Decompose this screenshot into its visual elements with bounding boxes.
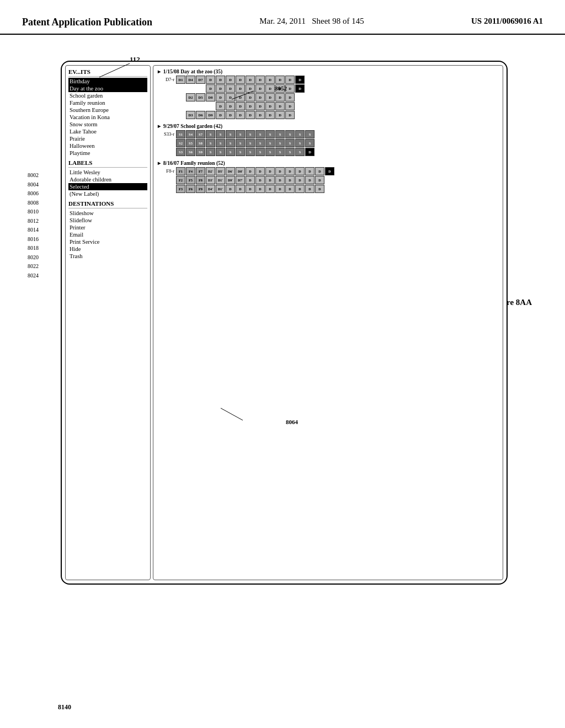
sidebar-label-adorable[interactable]: Adorable children (68, 176, 147, 183)
cell-F8: F8 (196, 176, 205, 184)
cell-s16: S (226, 130, 235, 138)
sidebar-item-playtime[interactable]: Playtime (68, 149, 147, 157)
cell-F5: F5 (186, 176, 195, 184)
cell-s28: S (265, 130, 275, 138)
sidebar-item-kona[interactable]: Vacation in Kona (68, 114, 147, 121)
cell-F4: F4 (186, 167, 195, 175)
cell-D30p: D (305, 167, 315, 175)
sidebar-dest-printservice[interactable]: Print Service (68, 238, 147, 245)
ref-8010: 8010 (28, 207, 39, 217)
cell-d36a: D (295, 84, 305, 93)
sidebar-dest-trash[interactable]: Trash (68, 253, 147, 260)
cell-d25b: D (255, 111, 265, 119)
cell-D23p: D (275, 185, 285, 193)
sidebar-dest-printer[interactable]: Printer (68, 224, 147, 231)
zoo-grid: D1 D4 D7 D D D D D D D (176, 76, 305, 119)
cell-d21: D (246, 93, 255, 101)
sidebar-item-tahoe[interactable]: Lake Tahoe (68, 128, 147, 135)
cell-d25: D (255, 93, 265, 101)
sidebar-dest-hide[interactable]: Hide (68, 245, 147, 253)
cell-s18: S (226, 148, 235, 156)
cell-s14: S (216, 139, 225, 147)
cell-D28p: D (295, 176, 305, 184)
cell-s39: S (295, 148, 305, 156)
sidebar-item-zoo[interactable]: Day at the zoo (68, 85, 147, 92)
sidebar-item-prairie[interactable]: Prairie (68, 135, 147, 142)
sidebar-destinations-title: DESTINATIONS (68, 200, 147, 208)
cell-D35p: D (315, 185, 324, 193)
ref-8006: 8006 (28, 189, 39, 199)
cell-D20: D (246, 76, 255, 84)
sidebar-label-selected[interactable]: Selected (68, 183, 147, 190)
sidebar-dest-email[interactable]: Email (68, 231, 147, 238)
cell-F7: F7 (196, 167, 205, 175)
cell-s25: S (255, 130, 265, 138)
cell-s-last: D (305, 148, 315, 156)
sidebar-item-garden[interactable]: School garden (68, 92, 147, 99)
cell-d32b: D (275, 102, 285, 110)
cell-D18p: D (265, 167, 275, 175)
cell-D13p: D (246, 185, 255, 193)
cell-D8: D8 (206, 93, 215, 101)
sidebar-item-snow[interactable]: Snow storm (68, 121, 147, 128)
cell-s40: S (305, 130, 315, 138)
left-ref-numbers: 8002 8004 8006 8008 8010 8012 8014 8016 … (28, 171, 39, 280)
cell-D8p: D8' (236, 167, 245, 175)
ref-8020: 8020 (28, 253, 39, 263)
cell-D20p: D (265, 185, 275, 193)
cell-s37: S (295, 130, 305, 138)
cell-s15: S (216, 148, 225, 156)
cell-s13: S (216, 130, 225, 138)
cell-D7p: D7' (236, 176, 245, 184)
ref-8140: 8140 (58, 703, 71, 711)
cell-F6: F6 (186, 185, 195, 193)
sidebar-label-new[interactable]: (New Label) (68, 190, 147, 197)
cell-d28: D (265, 93, 275, 101)
sidebar-dest-slideshow[interactable]: Slideshow (68, 210, 147, 217)
cell-D16: D (226, 76, 235, 84)
cell-s31: S (275, 130, 285, 138)
sidebar-item-birthday[interactable]: Birthday (68, 78, 147, 85)
zoo-row-1: D1 D4 D7 D D D D D D D (176, 76, 305, 84)
cell-d15b: D (226, 111, 235, 119)
cell-s23: S (246, 139, 255, 147)
cell-S3: S3 (176, 148, 185, 156)
cell-S2: S2 (176, 139, 185, 147)
main-content-area: Figure 8AA 112 8002 8004 8006 8008 8010 … (28, 50, 537, 717)
cell-e2 (176, 102, 185, 110)
reunion-row-2: F2 F5 F8 D3' D1' D9' D7' D D D (176, 176, 334, 184)
event-reunion: ► 8/16/07 Family reunion (52) F8-r F1 F4… (157, 160, 499, 193)
publication-date-sheet: Mar. 24, 2011 Sheet 98 of 145 (259, 17, 364, 26)
cell-S9: S9 (196, 148, 205, 156)
sidebar-item-reunion[interactable]: Family reunion (68, 99, 147, 106)
cell-D1p: D1' (216, 176, 225, 184)
cell-D9: D9 (206, 111, 215, 119)
cell-D6p: D6' (226, 167, 235, 175)
zoo-row-label: D7-r (157, 76, 174, 82)
sidebar-label-little-wesley[interactable]: Little Wesley (68, 169, 147, 176)
cell-D9p: D9' (226, 176, 235, 184)
event-garden: ► 9/29/07 School garden (42) S33-r S1 S4… (157, 124, 499, 156)
cell-d31b: D (275, 111, 285, 119)
sidebar-item-halloween[interactable]: Halloween (68, 142, 147, 149)
event-reunion-header: ► 8/16/07 Family reunion (52) (157, 160, 499, 166)
cell-D27p: D (295, 167, 305, 175)
sidebar-dest-slideflow[interactable]: Slideflow (68, 217, 147, 224)
cell-F2: F2 (176, 176, 185, 184)
cell-D29: D (275, 76, 285, 84)
cell-d35b: D (285, 102, 295, 110)
cell-s41: S (305, 139, 315, 147)
cell-d22b: D (246, 102, 255, 110)
cell-s17: S (226, 139, 235, 147)
cell-s27: S (255, 148, 265, 156)
sidebar-item-europe[interactable]: Southern Europe (68, 106, 147, 114)
sidebar-labels-title: LABELS (68, 159, 147, 168)
zoo-row-3: D2 D5 D8 D D D D D D D (176, 93, 305, 101)
cell-D5p: D5' (216, 167, 225, 175)
cell-empty1 (176, 84, 185, 93)
ref-8052: 8052 (275, 85, 287, 92)
pub-sheet: Sheet 98 of 145 (312, 17, 364, 25)
cell-D26p: D (285, 185, 295, 193)
event-zoo: ► 1/15/08 Day at the zoo (35) D7-r D1 D4… (157, 69, 499, 119)
garden-row-3: S3 S6 S9 S S S S S S S (176, 148, 315, 156)
